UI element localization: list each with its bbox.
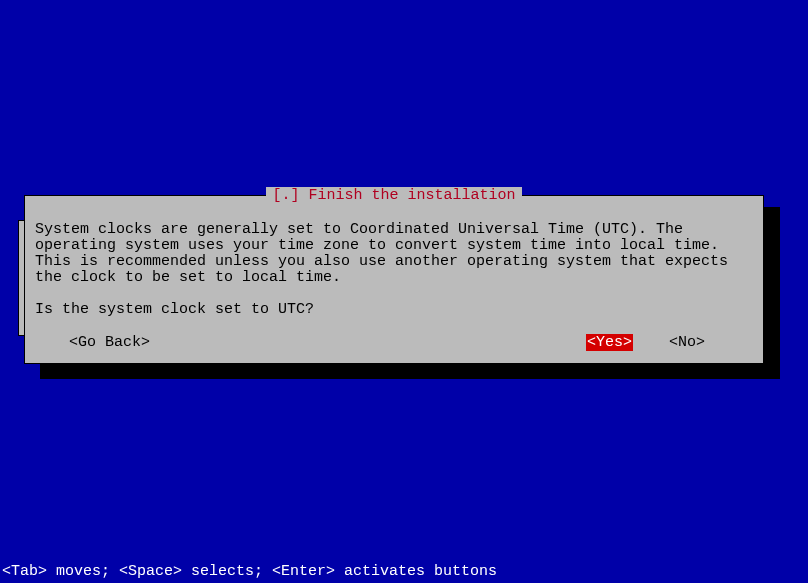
go-back-button[interactable]: <Go Back>: [69, 334, 150, 351]
dialog-title: [.] Finish the installation: [266, 187, 521, 204]
dialog-body-text: System clocks are generally set to Coord…: [35, 222, 753, 286]
no-button[interactable]: <No>: [669, 334, 705, 351]
dialog-button-row: <Go Back> <Yes> <No>: [35, 334, 753, 351]
dialog-title-row: [.] Finish the installation: [35, 187, 753, 204]
yes-button[interactable]: <Yes>: [586, 334, 633, 351]
footer-hint: <Tab> moves; <Space> selects; <Enter> ac…: [0, 563, 808, 581]
dialog-finish-installation: [.] Finish the installation System clock…: [24, 195, 764, 364]
dialog-question: Is the system clock set to UTC?: [35, 302, 753, 318]
